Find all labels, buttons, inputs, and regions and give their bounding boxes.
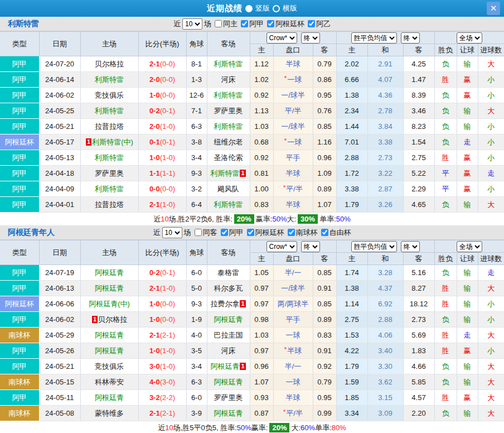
- league-checkbox-1-wrap[interactable]: 阿根廷杯: [244, 228, 284, 238]
- corner-cell: 1-3: [186, 72, 207, 88]
- avg-draw-cell: 3.22: [367, 166, 403, 181]
- close-icon[interactable]: ✕: [487, 2, 500, 15]
- avg-time-select[interactable]: 终: [401, 241, 420, 252]
- result-wdl-cell: 胜: [434, 328, 457, 343]
- league-checkbox-3-label: 自由杯: [329, 228, 351, 238]
- odds-time-select[interactable]: 终: [301, 241, 320, 252]
- sub-column-header: 胜负: [434, 44, 457, 56]
- score-cell: 2-0(1-0): [138, 119, 186, 134]
- team-label: 利斯特雷: [214, 91, 243, 99]
- same-venue-checkbox-wrap[interactable]: 同主: [211, 19, 238, 29]
- same-venue-checkbox[interactable]: [195, 229, 202, 236]
- away-team-cell: 阿根廷青: [207, 312, 250, 328]
- result-wdl-cell: 负: [434, 134, 457, 150]
- avg-home-cell: 4.22: [336, 343, 367, 359]
- scope-dropdown-cell: 全场: [434, 240, 504, 253]
- avg-draw-cell: 2.78: [367, 103, 403, 119]
- column-header: 主场: [80, 240, 138, 265]
- games-count-select[interactable]: 10: [162, 227, 182, 238]
- result-handicap-cell: 输: [457, 281, 478, 296]
- league-checkbox-2-wrap[interactable]: 阿乙: [304, 19, 331, 29]
- avg-home-cell: 1.14: [336, 296, 367, 312]
- score-cell: 2-1(1-0): [138, 197, 186, 213]
- league-type-badge: 阿根廷杯: [0, 134, 39, 150]
- odds-time-select[interactable]: 终: [301, 32, 320, 44]
- scope-select[interactable]: 全场: [457, 241, 482, 252]
- avg-type-select[interactable]: 胜平负均值: [351, 241, 397, 252]
- league-type-badge: 阿甲: [0, 197, 39, 213]
- corner-cell: 8-1: [186, 56, 207, 72]
- league-checkbox-2[interactable]: [308, 20, 315, 27]
- odds-away-cell: 0.79: [313, 374, 336, 390]
- column-header: 比分(半场): [138, 32, 186, 56]
- same-venue-checkbox[interactable]: [215, 20, 222, 27]
- away-team-cell: 利斯特雷: [207, 88, 250, 103]
- same-venue-checkbox-label: 同主: [223, 19, 238, 29]
- league-checkbox-1[interactable]: [247, 229, 254, 236]
- avg-away-cell: 5.22: [403, 166, 434, 181]
- summary-segment: 20%: [234, 214, 254, 224]
- home-team-cell: 阿根廷青(中): [80, 296, 138, 312]
- odds-home-cell: 0.97: [250, 296, 273, 312]
- league-checkbox-2[interactable]: [288, 229, 295, 236]
- league-type-badge: 阿甲: [0, 88, 39, 103]
- odds-company-select[interactable]: Crow*: [266, 32, 297, 44]
- odds-company-select[interactable]: Crow*: [266, 241, 297, 252]
- result-handicap-cell: 输: [457, 265, 478, 281]
- games-count-select[interactable]: 10: [182, 18, 202, 30]
- corner-cell: 3-4: [186, 359, 207, 374]
- league-checkbox-0-wrap[interactable]: 阿甲: [238, 19, 264, 29]
- league-checkbox-3[interactable]: [321, 229, 328, 236]
- league-checkbox-2-wrap[interactable]: 南球杯: [284, 228, 318, 238]
- league-checkbox-1-label: 阿根廷杯: [255, 228, 284, 238]
- sub-column-header: 客: [403, 44, 434, 56]
- same-venue-checkbox-label: 同客: [203, 228, 217, 238]
- odds-away-cell: 1.16: [313, 134, 336, 150]
- result-goals-cell: 大: [478, 56, 504, 72]
- league-checkbox-1-wrap[interactable]: 阿根廷杯: [264, 19, 304, 29]
- sub-column-header: 和: [367, 44, 403, 56]
- handicap-cell: 半/一: [273, 359, 313, 374]
- odds-away-cell: 0.85: [313, 265, 336, 281]
- odds-home-cell: 0.83: [250, 197, 273, 213]
- avg-time-select[interactable]: 终: [401, 32, 420, 44]
- team-label: 利斯特雷: [214, 122, 243, 131]
- match-row: 阿甲24-05-21竞技俱乐3-0(1-0)3-4阿根廷青10.96半/一0.9…: [0, 359, 504, 374]
- league-checkbox-1[interactable]: [267, 20, 274, 27]
- match-row: 阿甲24-05-26阿根廷青1-0(1-0)3-5河床0.97*半球0.914.…: [0, 343, 504, 359]
- home-team-cell: 阿根廷青: [80, 328, 138, 343]
- handicap-cell: 一球: [273, 374, 313, 390]
- portrait-radio[interactable]: [245, 5, 253, 12]
- odds-away-cell: 0.91: [313, 281, 336, 296]
- odds-away-cell: 1.09: [313, 166, 336, 181]
- team-label: 蒙特维多: [95, 409, 124, 417]
- league-checkbox-0-wrap[interactable]: 阿甲: [217, 228, 244, 238]
- landscape-radio[interactable]: [273, 5, 280, 12]
- result-wdl-cell: 负: [434, 88, 457, 103]
- result-wdl-cell: 平: [434, 181, 457, 197]
- avg-type-select[interactable]: 胜平负均值: [351, 32, 397, 44]
- avg-draw-cell: 4.37: [367, 281, 403, 296]
- result-handicap-cell: 赢: [457, 390, 478, 406]
- league-checkbox-3-wrap[interactable]: 自由杯: [318, 228, 351, 238]
- column-header: 日期: [39, 240, 80, 265]
- score-cell: 2-1(0-0): [138, 56, 186, 72]
- avg-draw-cell: 6.92: [367, 296, 403, 312]
- odds-home-cell: 0.97: [250, 343, 273, 359]
- column-header: 角球: [186, 240, 207, 265]
- match-row: 南球杯24-05-29阿根廷青2-1(2-1)4-0巴拉圭国1.03一球0.83…: [0, 328, 504, 343]
- away-team-cell: 巴拉圭国: [207, 328, 250, 343]
- scope-select[interactable]: 全场: [457, 32, 482, 44]
- summary-segment: 单率:: [315, 423, 332, 433]
- league-checkbox-0[interactable]: [241, 20, 248, 27]
- same-venue-checkbox-wrap[interactable]: 同客: [191, 228, 217, 238]
- league-checkbox-0[interactable]: [221, 229, 228, 236]
- team-label: 竞技俱乐: [95, 362, 124, 371]
- team-label: 圣洛伦索: [214, 153, 243, 162]
- avg-home-cell: 1.74: [336, 265, 367, 281]
- avg-home-cell: 3.34: [336, 406, 367, 421]
- team-label: 贝尔格拉: [98, 315, 127, 324]
- home-team-cell: 利斯特雷: [80, 103, 138, 119]
- avg-home-cell: 1.38: [336, 281, 367, 296]
- team-label: 阿根廷青: [214, 409, 243, 417]
